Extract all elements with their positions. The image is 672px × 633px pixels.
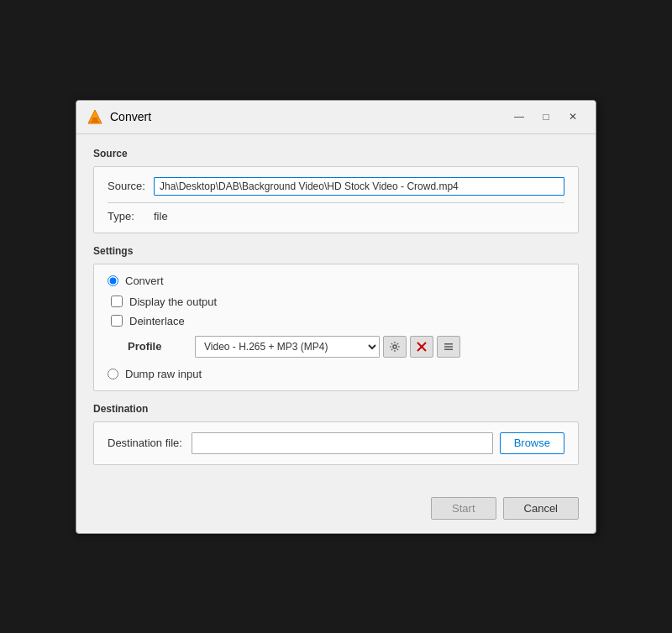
deinterlace-row: Deinterlace: [111, 315, 564, 327]
dest-file-label: Destination file:: [108, 437, 192, 449]
deinterlace-checkbox[interactable]: [111, 315, 123, 327]
dest-file-row: Destination file: Browse: [108, 432, 564, 454]
display-output-row: Display the output: [111, 296, 564, 308]
dump-raw-radio[interactable]: [108, 369, 118, 379]
footer: Start Cancel: [76, 490, 596, 533]
convert-window: Convert — □ ✕ Source Source: Type: file …: [76, 100, 596, 534]
titlebar-controls: — □ ✕: [507, 107, 585, 127]
window-title: Convert: [110, 110, 507, 123]
source-separator: [108, 202, 564, 203]
profile-list-button[interactable]: [437, 336, 460, 358]
source-input[interactable]: [154, 177, 564, 196]
profile-row: Profile Video - H.265 + MP3 (MP4) Video …: [111, 336, 564, 358]
cancel-button[interactable]: Cancel: [503, 497, 579, 520]
close-button[interactable]: ✕: [560, 107, 585, 127]
convert-radio-row: Convert: [108, 275, 564, 287]
svg-point-3: [393, 345, 396, 348]
profile-label: Profile: [128, 340, 195, 353]
titlebar: Convert — □ ✕: [76, 101, 596, 134]
settings-section: Convert Display the output Deinterlace P…: [93, 264, 579, 391]
content-area: Source Source: Type: file Settings Conve…: [76, 134, 596, 490]
svg-rect-8: [444, 348, 453, 350]
dest-file-input[interactable]: [192, 432, 493, 454]
destination-section: Destination file: Browse: [93, 421, 579, 465]
destination-section-label: Destination: [93, 403, 579, 415]
svg-rect-2: [91, 121, 99, 123]
display-output-label[interactable]: Display the output: [129, 296, 217, 308]
profile-settings-button[interactable]: [383, 336, 407, 358]
maximize-button[interactable]: □: [533, 107, 559, 127]
vlc-icon: [87, 108, 103, 125]
source-section-label: Source: [93, 148, 579, 160]
source-label: Source:: [108, 180, 154, 192]
dump-raw-label[interactable]: Dump raw input: [125, 368, 202, 380]
start-button: Start: [431, 497, 496, 520]
source-section: Source: Type: file: [93, 166, 579, 233]
type-value: file: [154, 210, 168, 222]
convert-radio[interactable]: [108, 275, 118, 286]
source-row: Source:: [108, 177, 564, 196]
type-row: Type: file: [108, 210, 564, 222]
browse-button[interactable]: Browse: [500, 432, 564, 454]
svg-rect-7: [444, 346, 453, 348]
settings-section-label: Settings: [93, 245, 579, 257]
profile-select[interactable]: Video - H.265 + MP3 (MP4) Video - H.264 …: [195, 336, 380, 358]
deinterlace-label[interactable]: Deinterlace: [129, 315, 185, 327]
svg-rect-6: [444, 343, 453, 345]
type-label: Type:: [108, 210, 154, 222]
display-output-checkbox[interactable]: [111, 296, 123, 307]
dump-radio-row: Dump raw input: [108, 368, 564, 380]
profile-delete-button[interactable]: [410, 336, 433, 358]
convert-radio-label[interactable]: Convert: [125, 275, 164, 287]
minimize-button[interactable]: —: [507, 107, 532, 127]
